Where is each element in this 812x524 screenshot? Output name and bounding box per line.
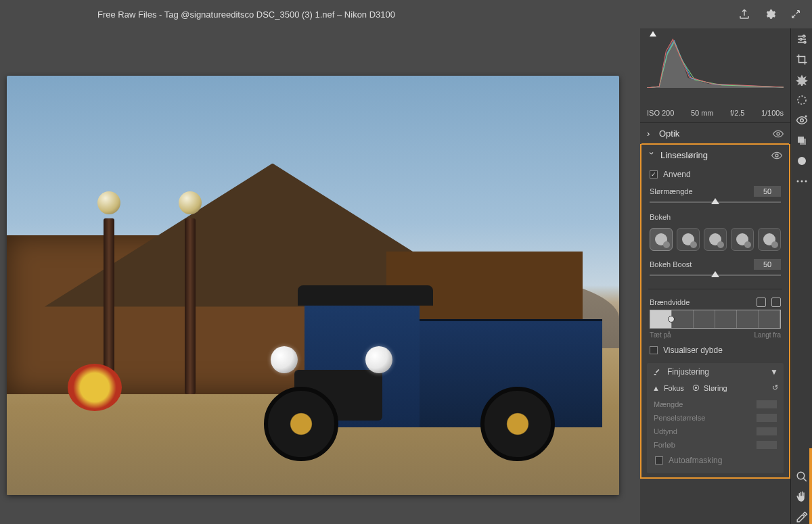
bokeh-option-4[interactable] (731, 228, 754, 251)
checkbox-checked-icon[interactable]: ✓ (650, 170, 658, 178)
checkbox-unchecked-icon[interactable] (655, 456, 663, 465)
checkbox-unchecked-icon[interactable] (650, 346, 658, 354)
subject-pick-icon[interactable] (757, 297, 766, 307)
brush-size-label: Penselstørrelse (654, 414, 705, 422)
image-canvas[interactable] (0, 28, 640, 524)
bokeh-options (641, 225, 789, 256)
eyedropper-icon[interactable] (795, 510, 809, 524)
visualize-label: Visualiser dybde (663, 346, 723, 355)
eye-icon[interactable] (771, 151, 782, 160)
exif-iso: ISO 200 (647, 109, 674, 117)
focus-label: Fokus (664, 384, 684, 392)
svg-point-6 (800, 119, 803, 122)
export-icon[interactable] (738, 7, 751, 21)
amount-field[interactable] (757, 400, 777, 408)
exif-focal: 50 mm (691, 109, 714, 117)
right-toolbar (790, 28, 812, 524)
blur-amount-label: Slørmængde (650, 187, 693, 195)
svg-point-0 (777, 133, 780, 135)
flow-label: Forløb (654, 441, 675, 449)
focal-far-label: Langt fra (754, 331, 781, 339)
exif-row: ISO 200 50 mm f/2.5 1/100s (640, 106, 790, 122)
blur-tool[interactable]: ⦿ Sløring (692, 384, 727, 392)
chevron-down-icon: › (647, 152, 657, 159)
undo-icon[interactable]: ↺ (772, 383, 778, 392)
histogram[interactable] (640, 28, 790, 106)
svg-point-10 (796, 181, 798, 183)
focus-target-icon[interactable] (771, 297, 781, 307)
svg-rect-8 (800, 139, 806, 145)
section-lensblur[interactable]: › Linsesløring (641, 143, 789, 166)
bokeh-option-5[interactable] (758, 228, 781, 251)
edit-panel: ISO 200 50 mm f/2.5 1/100s › Optik › Lin… (640, 28, 790, 524)
apply-label: Anvend (663, 170, 691, 179)
brush-size-field[interactable] (757, 414, 777, 422)
chevron-right-icon: › (647, 128, 654, 139)
amount-label: Mængde (654, 400, 683, 408)
bokeh-option-1[interactable] (650, 228, 673, 251)
eye-plus-icon[interactable] (795, 114, 809, 127)
svg-point-5 (798, 96, 806, 104)
photo-preview (7, 76, 619, 495)
eye-icon[interactable] (773, 130, 784, 138)
boost-slider[interactable] (650, 271, 781, 279)
heal-icon[interactable] (795, 73, 809, 87)
circle-filled-icon[interactable] (795, 154, 809, 168)
fine-tuning-panel: Finjustering ▼ ▲ Fokus ⦿ Sløring ↺ (647, 363, 784, 473)
document-title: Free Raw Files - Tag @signatureeditsco D… (97, 9, 395, 20)
zoom-icon[interactable] (795, 470, 809, 483)
brush-icon (652, 367, 662, 377)
fullscreen-icon[interactable] (789, 7, 803, 21)
automask-label: Autoafmasking (669, 456, 722, 465)
blur-amount-input[interactable] (754, 186, 781, 197)
exif-shutter: 1/100s (761, 109, 784, 117)
svg-point-1 (775, 154, 778, 157)
bokeh-label: Bokeh (641, 210, 789, 225)
flow-field[interactable] (757, 441, 777, 449)
circle-dashed-icon[interactable] (795, 93, 809, 107)
title-bar: Free Raw Files - Tag @signatureeditsco D… (0, 0, 812, 28)
drop-icon: ⦿ (692, 384, 700, 392)
svg-point-3 (800, 39, 802, 41)
focal-near-label: Tæt på (650, 331, 671, 339)
bokeh-option-3[interactable] (704, 228, 727, 251)
svg-point-11 (800, 181, 803, 183)
visualize-depth-row[interactable]: Visualiser dybde (641, 341, 789, 359)
gear-icon[interactable] (763, 7, 777, 21)
blur-label: Sløring (704, 384, 727, 392)
more-icon[interactable] (795, 174, 809, 188)
svg-point-9 (798, 157, 806, 165)
exif-aperture: f/2.5 (730, 109, 744, 117)
focal-range-strip[interactable] (650, 310, 781, 329)
feather-label: Udtynd (654, 427, 677, 435)
boost-label: Bokeh Boost (650, 260, 692, 268)
hand-icon[interactable] (795, 490, 809, 504)
bokeh-option-2[interactable] (677, 228, 700, 251)
fine-tuning-label: Finjustering (667, 367, 709, 377)
accent-indicator (809, 448, 812, 524)
crop-icon[interactable] (795, 53, 809, 66)
focus-tool[interactable]: ▲ Fokus (652, 384, 684, 392)
layers-icon[interactable] (795, 134, 809, 147)
focus-up-icon: ▲ (652, 384, 660, 392)
apply-checkbox-row[interactable]: ✓ Anvend (641, 166, 789, 183)
boost-input[interactable] (754, 259, 781, 270)
section-optics[interactable]: › Optik (640, 123, 790, 144)
sliders-icon[interactable] (795, 32, 809, 46)
feather-field[interactable] (757, 427, 777, 435)
triangle-down-icon: ▼ (770, 367, 778, 377)
automask-row[interactable]: Autoafmasking (647, 452, 784, 469)
fine-tuning-header[interactable]: Finjustering ▼ (647, 363, 784, 381)
svg-point-12 (805, 181, 807, 183)
section-optics-label: Optik (659, 128, 679, 139)
section-lensblur-label: Linsesløring (660, 150, 708, 160)
blur-amount-slider[interactable] (650, 198, 781, 206)
svg-point-2 (803, 35, 805, 37)
focal-label: Brændvidde (650, 298, 690, 306)
svg-point-13 (797, 472, 805, 479)
